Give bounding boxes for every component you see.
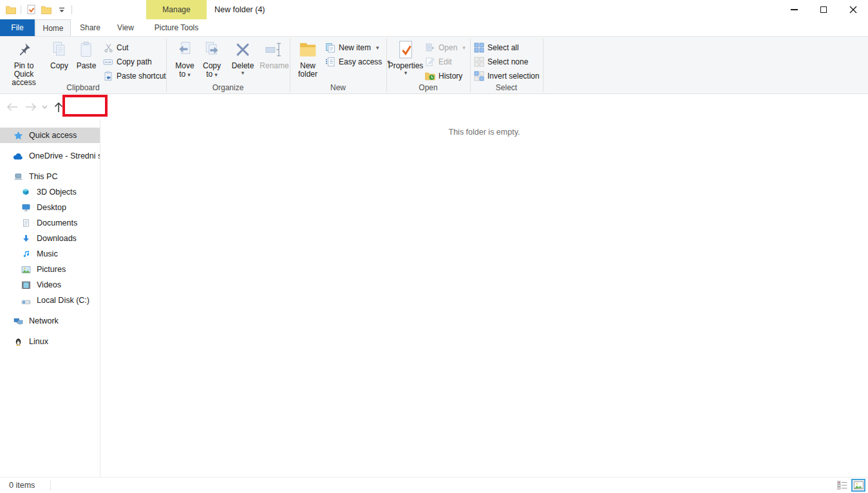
easy-access-label: Easy access: [339, 57, 382, 66]
copy-to-button[interactable]: Copy to▾: [198, 39, 225, 79]
group-label-open: Open: [386, 83, 470, 92]
sidebar-item-local-disk-c[interactable]: Local Disk (C:): [0, 293, 100, 308]
sidebar-item-documents[interactable]: Documents: [0, 215, 100, 231]
copy-to-label: Copy to: [203, 61, 221, 79]
details-view-button[interactable]: [835, 479, 849, 492]
star-icon: [13, 130, 23, 140]
chevron-down-icon: ▾: [187, 72, 191, 78]
sidebar-item-linux[interactable]: Linux: [0, 334, 100, 349]
move-to-button[interactable]: Move to▾: [171, 39, 198, 79]
delete-button[interactable]: Delete ▾: [228, 39, 258, 75]
new-item-button[interactable]: New item ▾: [325, 41, 379, 54]
properties-button[interactable]: Properties ▾: [389, 39, 422, 75]
paste-shortcut-label: Paste shortcut: [117, 72, 166, 81]
qat-customize-chevron-icon[interactable]: [56, 3, 68, 17]
open-button[interactable]: Open ▾: [425, 41, 466, 54]
invert-selection-label: Invert selection: [487, 72, 540, 81]
easy-access-button[interactable]: Easy access ▾: [325, 55, 390, 68]
chevron-down-icon: ▾: [462, 44, 466, 51]
tab-picture-tools[interactable]: Picture Tools: [146, 19, 207, 36]
pushpin-icon: [14, 39, 34, 60]
select-all-button[interactable]: Select all: [474, 41, 519, 54]
paste-button[interactable]: Paste: [73, 39, 99, 70]
new-item-label: New item: [339, 43, 371, 52]
qat-separator: [21, 5, 21, 14]
cut-button[interactable]: Cut: [103, 41, 129, 54]
pin-to-quick-access-button[interactable]: Pin to Quick access: [4, 39, 44, 87]
maximize-button[interactable]: [809, 0, 838, 19]
computer-icon: [13, 171, 23, 182]
music-note-icon: [21, 249, 31, 259]
status-separator: [50, 480, 51, 490]
tab-share[interactable]: Share: [72, 19, 108, 36]
group-label-select: Select: [470, 83, 543, 92]
qat-new-folder-icon[interactable]: [41, 3, 52, 17]
network-icon: [13, 316, 23, 326]
ribbon-tab-strip: File Home Share View Picture Tools ?: [0, 19, 868, 36]
forward-button[interactable]: [24, 100, 38, 114]
properties-check-icon: [395, 39, 416, 60]
paste-shortcut-icon: [103, 71, 113, 81]
sidebar-item-pictures[interactable]: Pictures: [0, 262, 100, 277]
edit-label: Edit: [439, 57, 452, 66]
invert-selection-button[interactable]: Invert selection: [474, 70, 540, 82]
sidebar-item-downloads[interactable]: Downloads: [0, 231, 100, 246]
up-arrow-icon: [54, 102, 63, 113]
app-folder-icon: [5, 3, 17, 17]
ribbon-home: Pin to Quick access Copy Paste Cut Copy …: [0, 36, 868, 94]
edit-button[interactable]: Edit: [425, 55, 452, 68]
sidebar-item-3d-objects[interactable]: 3D Objects: [0, 184, 100, 200]
back-button[interactable]: [5, 100, 19, 114]
sidebar-item-network[interactable]: Network: [0, 313, 100, 329]
quick-access-toolbar: [5, 0, 72, 19]
recent-locations-button[interactable]: [40, 102, 49, 111]
title-bar: Manage New folder (4): [0, 0, 868, 19]
history-button[interactable]: History: [425, 70, 462, 82]
sidebar-item-onedrive[interactable]: OneDrive - Stredni sk: [0, 148, 100, 164]
disk-drive-icon: [21, 295, 31, 305]
forward-arrow-icon: [25, 102, 37, 111]
group-label-organize: Organize: [166, 83, 290, 92]
history-icon: [425, 71, 435, 81]
large-icons-view-button[interactable]: [851, 479, 865, 492]
navigation-bar: [0, 95, 868, 119]
minimize-button[interactable]: [779, 0, 809, 19]
select-all-label: Select all: [487, 43, 519, 52]
folder-contents-pane[interactable]: This folder is empty.: [100, 119, 868, 477]
onedrive-cloud-icon: [13, 151, 23, 161]
cube-3d-icon: [21, 187, 31, 197]
cut-label: Cut: [117, 43, 129, 52]
invert-selection-icon: [474, 71, 484, 81]
copy-path-label: Copy path: [117, 57, 152, 66]
select-none-label: Select none: [487, 57, 528, 66]
rename-icon: [264, 39, 285, 60]
select-none-button[interactable]: Select none: [474, 55, 528, 68]
copy-button[interactable]: Copy: [46, 39, 72, 70]
sidebar-item-quick-access[interactable]: Quick access: [0, 128, 100, 143]
chevron-down-icon: ▾: [404, 70, 408, 75]
qat-properties-icon[interactable]: [25, 3, 37, 17]
chevron-down-icon: ▾: [376, 44, 379, 51]
new-folder-button[interactable]: New folder: [293, 39, 323, 79]
tab-view[interactable]: View: [109, 19, 142, 36]
close-button[interactable]: [838, 0, 868, 19]
rename-button[interactable]: Rename: [258, 39, 291, 70]
sidebar-item-desktop[interactable]: Desktop: [0, 200, 100, 215]
large-icons-view-icon: [854, 481, 863, 489]
sidebar-item-videos[interactable]: Videos: [0, 277, 100, 293]
tab-home[interactable]: Home: [35, 19, 71, 36]
tab-file[interactable]: File: [0, 19, 35, 36]
open-icon: [425, 43, 435, 53]
paste-label: Paste: [77, 62, 97, 70]
paste-shortcut-button[interactable]: Paste shortcut: [103, 70, 166, 82]
copy-path-icon: [103, 57, 113, 67]
download-arrow-icon: [21, 233, 31, 244]
copy-path-button[interactable]: Copy path: [103, 55, 152, 68]
sidebar-item-this-pc[interactable]: This PC: [0, 169, 100, 184]
sidebar-item-music[interactable]: Music: [0, 246, 100, 262]
tab-manage-contextual[interactable]: Manage: [146, 0, 207, 19]
empty-folder-message: This folder is empty.: [100, 128, 868, 137]
qat-separator: [71, 5, 72, 14]
up-button[interactable]: [52, 99, 66, 115]
paste-clipboard-icon: [76, 39, 97, 60]
